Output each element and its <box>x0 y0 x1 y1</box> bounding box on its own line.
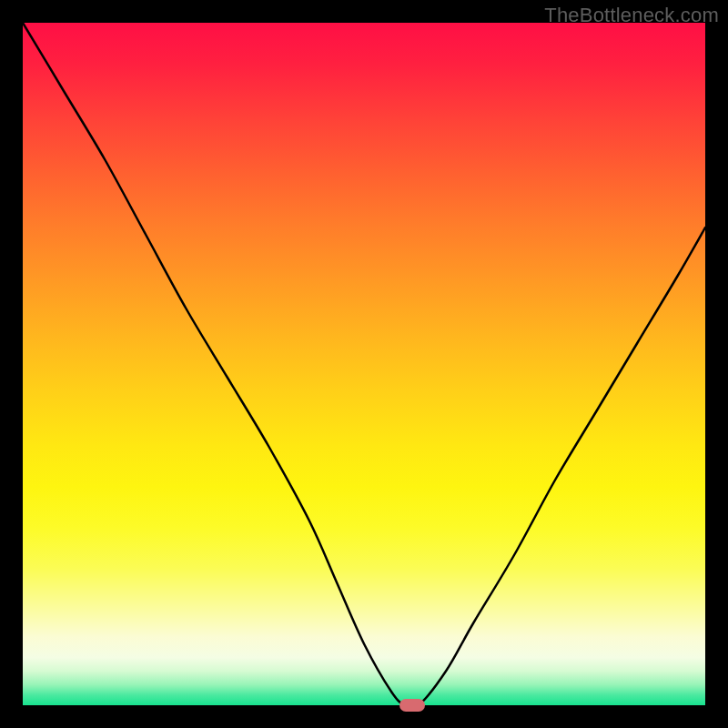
chart-frame: TheBottleneck.com <box>0 0 728 728</box>
plot-area <box>23 23 705 705</box>
optimal-point-marker <box>399 699 425 712</box>
watermark-text: TheBottleneck.com <box>544 4 719 27</box>
curve-path <box>23 23 705 705</box>
bottleneck-curve <box>23 23 705 705</box>
